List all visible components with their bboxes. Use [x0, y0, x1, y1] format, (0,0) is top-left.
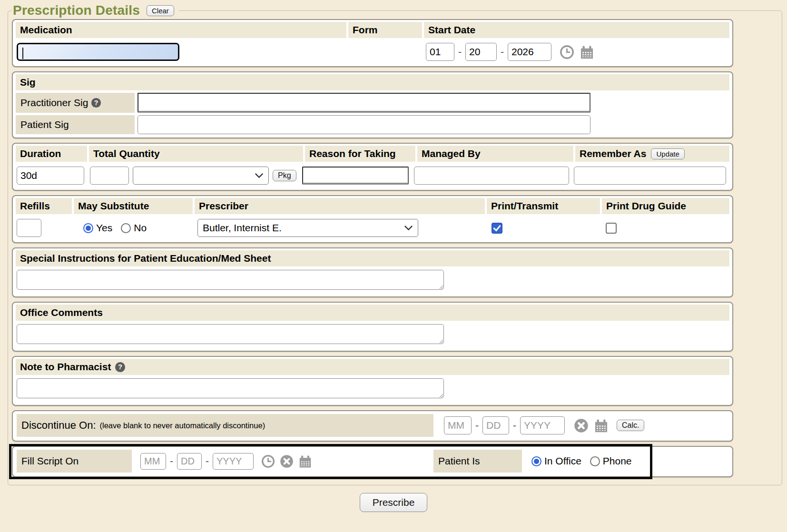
note-to-pharmacist-header: Note to Pharmacist ?: [16, 359, 729, 375]
date-separator: -: [512, 420, 518, 431]
office-comments-section: Office Comments: [12, 302, 733, 352]
pkg-button[interactable]: Pkg: [273, 170, 296, 181]
update-button[interactable]: Update: [651, 148, 684, 159]
fill-script-label-text: Fill Script On: [21, 455, 79, 467]
start-month-input[interactable]: [426, 43, 454, 61]
prescription-details-fieldset: Prescription Details Clear Medication Fo…: [8, 3, 782, 485]
practitioner-sig-label: Practitioner Sig ?: [16, 93, 135, 113]
duration-section: Duration Total Quantity Reason for Takin…: [12, 143, 733, 191]
discontinue-day-input[interactable]: [482, 416, 509, 434]
may-substitute-group: Yes No: [83, 222, 155, 234]
reason-for-taking-input[interactable]: [302, 167, 409, 185]
clear-date-icon[interactable]: [574, 418, 589, 433]
patient-is-label: Patient Is: [433, 450, 522, 473]
discontinue-label: Discontinue On: (leave blank to never au…: [17, 414, 433, 437]
date-separator: -: [168, 455, 175, 467]
clear-date-icon[interactable]: [280, 454, 294, 468]
substitute-yes-radio[interactable]: [83, 223, 93, 233]
special-instructions-section: Special Instructions for Patient Educati…: [12, 247, 733, 297]
substitute-yes-label: Yes: [96, 222, 112, 234]
practitioner-sig-input[interactable]: [138, 93, 590, 113]
fill-month-input[interactable]: [140, 453, 166, 470]
start-date-group: - -: [426, 43, 594, 61]
discontinue-year-input[interactable]: [520, 416, 565, 434]
duration-column-header: Duration: [16, 146, 87, 162]
note-to-pharmacist-header-row: Note to Pharmacist ?: [16, 359, 729, 375]
date-separator: -: [499, 46, 505, 58]
print-drug-guide-column-header: Print Drug Guide: [602, 198, 729, 214]
note-to-pharmacist-header-text: Note to Pharmacist: [20, 361, 111, 373]
special-instructions-header: Special Instructions for Patient Educati…: [16, 250, 729, 266]
total-quantity-input[interactable]: [90, 167, 129, 185]
print-transmit-column-header: Print/Transmit: [487, 198, 600, 214]
fill-year-input[interactable]: [213, 453, 254, 470]
in-office-radio[interactable]: [531, 456, 541, 466]
chevron-down-icon: [404, 225, 413, 231]
in-office-label: In Office: [544, 455, 581, 467]
office-comments-textarea[interactable]: [17, 324, 444, 344]
medication-column-header: Medication: [16, 22, 346, 38]
fill-script-section: Fill Script On - - Patient Is: [12, 446, 733, 477]
patient-sig-label-text: Patient Sig: [20, 119, 69, 130]
clock-icon[interactable]: [261, 454, 275, 468]
patient-sig-row: Patient Sig: [16, 115, 729, 134]
chevron-down-icon: [255, 173, 264, 178]
discontinue-date-group: - - Calc.: [444, 416, 644, 434]
prescriber-select[interactable]: Butler, Internist E.: [197, 219, 418, 237]
start-day-input[interactable]: [465, 43, 497, 61]
sig-header-row: Sig: [16, 74, 729, 90]
calc-button[interactable]: Calc.: [617, 420, 644, 431]
discontinue-label-text: Discontinue On:: [21, 419, 96, 432]
duration-input[interactable]: [17, 167, 84, 185]
print-drug-guide-checkbox[interactable]: [606, 223, 617, 234]
start-date-column-header: Start Date: [424, 22, 729, 38]
remember-as-input[interactable]: [574, 167, 726, 185]
refills-section: Refills May Substitute Prescriber Print/…: [12, 195, 733, 243]
patient-sig-input[interactable]: [138, 115, 590, 134]
fill-script-label: Fill Script On: [17, 450, 132, 473]
date-separator: -: [204, 455, 210, 467]
quantity-unit-select[interactable]: [133, 167, 269, 185]
medication-header-row: Medication Form Start Date: [16, 22, 729, 38]
calendar-icon[interactable]: [298, 454, 312, 468]
office-comments-header-row: Office Comments: [16, 305, 729, 321]
medication-input-row: - -: [16, 40, 729, 63]
footer: Prescribe: [0, 493, 787, 512]
clear-button[interactable]: Clear: [147, 5, 174, 16]
managed-by-column-header: Managed By: [417, 146, 573, 162]
fieldset-legend: Prescription Details Clear: [12, 3, 179, 18]
sig-section: Sig Practitioner Sig ? Patient Sig: [12, 71, 733, 138]
svg-text:?: ?: [118, 363, 122, 371]
special-instructions-textarea[interactable]: [17, 270, 444, 290]
help-icon[interactable]: ?: [91, 98, 101, 108]
help-icon[interactable]: ?: [115, 362, 126, 373]
sig-header: Sig: [16, 74, 729, 90]
refills-column-header: Refills: [16, 198, 72, 214]
date-separator: -: [474, 420, 480, 431]
fill-day-input[interactable]: [177, 453, 202, 470]
print-transmit-checkbox[interactable]: [492, 223, 502, 234]
medication-input[interactable]: [17, 43, 179, 61]
start-year-input[interactable]: [508, 43, 551, 61]
calendar-icon[interactable]: [580, 45, 594, 59]
note-to-pharmacist-textarea[interactable]: [17, 378, 444, 398]
remember-as-column-header: Remember As Update: [575, 146, 729, 162]
total-quantity-column-header: Total Quantity: [89, 146, 303, 162]
page-title: Prescription Details: [13, 3, 140, 18]
refills-input[interactable]: [17, 219, 41, 237]
svg-text:?: ?: [94, 99, 98, 107]
note-to-pharmacist-section: Note to Pharmacist ?: [12, 356, 733, 406]
discontinue-month-input[interactable]: [444, 416, 472, 434]
duration-header-row: Duration Total Quantity Reason for Takin…: [16, 146, 729, 162]
phone-radio[interactable]: [590, 456, 600, 466]
fill-script-row: Fill Script On - - Patient Is: [16, 449, 729, 473]
calendar-icon[interactable]: [594, 418, 609, 433]
managed-by-input[interactable]: [414, 167, 569, 185]
discontinue-hint-text: (leave blank to never automatically disc…: [100, 421, 266, 430]
practitioner-sig-row: Practitioner Sig ?: [16, 93, 729, 113]
prescribe-button[interactable]: Prescribe: [360, 493, 428, 512]
practitioner-sig-label-text: Practitioner Sig: [20, 97, 88, 108]
office-comments-header: Office Comments: [16, 305, 729, 321]
clock-icon[interactable]: [560, 45, 574, 59]
substitute-no-radio[interactable]: [121, 223, 131, 233]
